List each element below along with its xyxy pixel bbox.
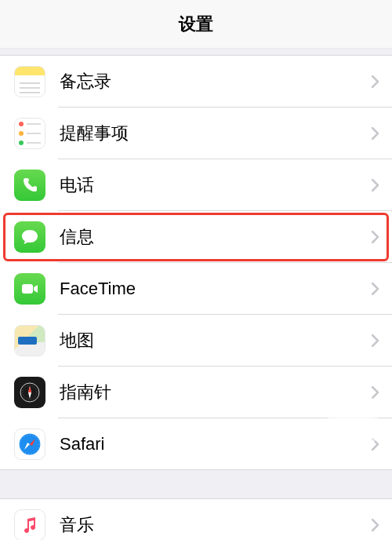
messages-icon <box>14 221 45 253</box>
safari-icon <box>14 429 45 460</box>
chevron-right-icon <box>372 334 392 347</box>
row-messages[interactable]: 信息 <box>0 211 392 263</box>
section-spacer <box>0 49 392 55</box>
notes-icon <box>14 66 45 97</box>
reminders-icon <box>14 118 45 149</box>
chevron-right-icon <box>372 283 392 295</box>
settings-list-2: 音乐 <box>0 498 392 540</box>
row-label: 信息 <box>60 225 372 249</box>
assistive-touch-inner-icon <box>336 403 370 438</box>
row-label: FaceTime <box>60 279 372 299</box>
chevron-right-icon <box>372 179 392 192</box>
maps-icon <box>14 325 45 356</box>
chevron-right-icon <box>372 75 392 88</box>
section-spacer <box>0 470 392 498</box>
row-label: Safari <box>60 434 372 454</box>
row-music[interactable]: 音乐 <box>0 499 392 540</box>
row-phone[interactable]: 电话 <box>0 159 392 211</box>
svg-rect-0 <box>22 284 33 294</box>
assistive-touch[interactable] <box>328 396 378 446</box>
facetime-icon <box>14 273 45 305</box>
music-icon <box>14 509 45 540</box>
chevron-right-icon <box>372 386 392 399</box>
row-label: 备忘录 <box>60 70 372 93</box>
row-label: 音乐 <box>60 513 372 537</box>
compass-icon <box>14 377 45 408</box>
chevron-right-icon <box>372 127 392 140</box>
page-title: 设置 <box>179 13 213 36</box>
phone-icon <box>14 170 45 201</box>
row-label: 地图 <box>60 329 372 352</box>
header: 设置 <box>0 0 392 49</box>
row-label: 提醒事项 <box>60 122 372 145</box>
row-reminders[interactable]: 提醒事项 <box>0 108 392 159</box>
chevron-right-icon <box>372 519 392 531</box>
row-facetime[interactable]: FaceTime <box>0 263 392 315</box>
row-maps[interactable]: 地图 <box>0 315 392 367</box>
chevron-right-icon <box>372 231 392 243</box>
row-label: 电话 <box>60 173 372 197</box>
row-notes[interactable]: 备忘录 <box>0 56 392 108</box>
row-label: 指南针 <box>60 381 372 404</box>
